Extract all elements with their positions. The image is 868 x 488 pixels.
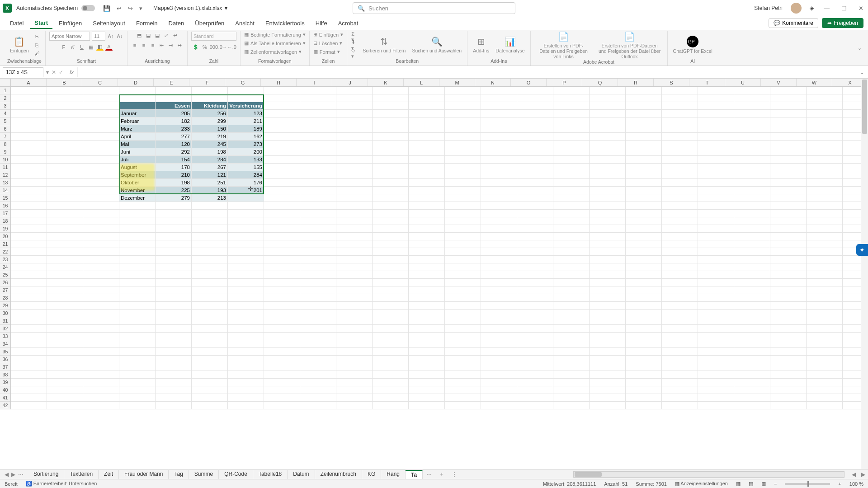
cell[interactable] (47, 156, 83, 164)
cell[interactable] (83, 187, 119, 194)
row-header-6[interactable]: 6 (0, 125, 10, 133)
cell[interactable]: 251 (192, 179, 228, 187)
cell[interactable] (553, 271, 590, 279)
cell[interactable] (626, 256, 662, 263)
cell[interactable] (47, 225, 83, 233)
cell[interactable] (47, 87, 83, 94)
cell[interactable]: 189 (228, 125, 264, 133)
cell[interactable] (626, 102, 662, 110)
view-pagelayout-icon[interactable]: ▤ (749, 481, 753, 487)
cell[interactable] (626, 248, 662, 256)
row-header-10[interactable]: 10 (0, 156, 10, 164)
sheet-tab-rang[interactable]: Rang (381, 470, 406, 479)
cell[interactable] (336, 279, 373, 286)
cell[interactable] (373, 117, 409, 125)
cell[interactable] (83, 340, 119, 348)
cell[interactable] (553, 363, 590, 371)
cell[interactable] (409, 348, 445, 356)
cell[interactable] (264, 279, 300, 286)
cell[interactable] (698, 286, 734, 294)
cell[interactable]: Oktober (119, 179, 156, 187)
insert-cells-button[interactable]: ⊞ Einfügen ▾ (313, 32, 343, 38)
cell[interactable] (47, 325, 83, 333)
cell[interactable] (373, 271, 409, 279)
cell[interactable] (698, 310, 734, 317)
cell[interactable] (481, 179, 517, 187)
cell[interactable] (336, 363, 373, 371)
cell[interactable] (626, 286, 662, 294)
cell[interactable] (156, 379, 192, 386)
cell[interactable] (517, 179, 553, 187)
cell[interactable] (590, 187, 626, 194)
cell[interactable] (553, 202, 590, 210)
row-header-21[interactable]: 21 (0, 240, 10, 248)
cell[interactable] (83, 302, 119, 310)
cell[interactable] (156, 302, 192, 310)
cell[interactable] (553, 279, 590, 286)
cell[interactable] (698, 240, 734, 248)
cell[interactable] (698, 363, 734, 371)
cell[interactable] (626, 187, 662, 194)
cell[interactable] (807, 187, 843, 194)
cell[interactable] (373, 310, 409, 317)
cell[interactable] (336, 133, 373, 141)
cell[interactable] (590, 179, 626, 187)
cell[interactable] (336, 171, 373, 179)
cell[interactable] (300, 271, 336, 279)
cell[interactable] (228, 87, 264, 94)
cell[interactable] (517, 164, 553, 171)
cell[interactable] (517, 171, 553, 179)
font-color-icon[interactable]: A (105, 43, 113, 51)
font-name-select[interactable]: Aptos Narrow (49, 32, 90, 41)
cell[interactable] (662, 325, 698, 333)
cell[interactable] (47, 133, 83, 141)
cell[interactable] (192, 271, 228, 279)
cell[interactable] (698, 333, 734, 340)
cell[interactable] (336, 286, 373, 294)
cell[interactable] (228, 225, 264, 233)
row-header-40[interactable]: 40 (0, 386, 10, 394)
cell[interactable] (336, 110, 373, 117)
row-header-14[interactable]: 14 (0, 187, 10, 194)
cell[interactable] (373, 125, 409, 133)
cell[interactable] (373, 102, 409, 110)
cell[interactable] (373, 133, 409, 141)
border-icon[interactable]: ▦ (87, 43, 94, 51)
cell[interactable] (336, 233, 373, 240)
toggle-off-icon[interactable] (81, 5, 95, 11)
cell[interactable] (47, 179, 83, 187)
cell[interactable] (553, 325, 590, 333)
cell[interactable] (553, 171, 590, 179)
cell[interactable]: 198 (192, 148, 228, 156)
cell[interactable] (409, 217, 445, 225)
cell[interactable] (373, 263, 409, 271)
cell[interactable] (264, 340, 300, 348)
cell[interactable] (336, 102, 373, 110)
cell[interactable] (119, 363, 156, 371)
bold-button[interactable]: F (60, 43, 67, 51)
cell[interactable] (481, 141, 517, 148)
cell[interactable]: 176 (228, 179, 264, 187)
cell[interactable] (553, 394, 590, 402)
cell[interactable] (336, 379, 373, 386)
cell[interactable] (698, 125, 734, 133)
cell[interactable] (517, 363, 553, 371)
cell[interactable] (336, 348, 373, 356)
cell[interactable] (662, 187, 698, 194)
cell[interactable]: 121 (192, 171, 228, 179)
cell[interactable] (47, 310, 83, 317)
cell[interactable] (47, 271, 83, 279)
cell[interactable] (373, 279, 409, 286)
cell[interactable] (445, 302, 481, 310)
cell[interactable] (517, 102, 553, 110)
cell[interactable] (445, 310, 481, 317)
cell[interactable] (373, 386, 409, 394)
cell[interactable] (445, 217, 481, 225)
cell[interactable] (807, 156, 843, 164)
cell[interactable] (11, 117, 47, 125)
cell[interactable] (807, 348, 843, 356)
cell[interactable] (445, 279, 481, 286)
row-header-31[interactable]: 31 (0, 317, 10, 325)
increase-decimal-icon[interactable]: .0→ (219, 43, 226, 51)
cell[interactable] (626, 356, 662, 363)
